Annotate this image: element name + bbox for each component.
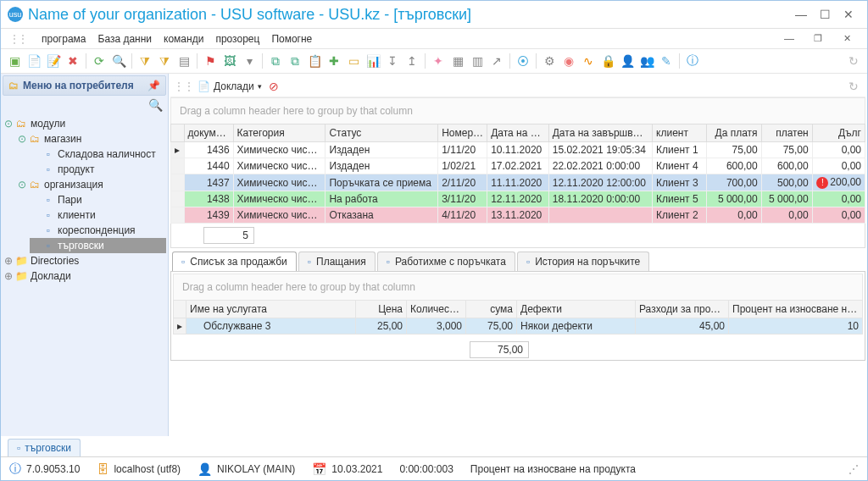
tree-shop[interactable]: ⊙🗂магазин bbox=[16, 131, 166, 147]
tree-money[interactable]: ▫Пари bbox=[30, 192, 166, 207]
sidebar-title: Меню на потребителя bbox=[23, 80, 134, 91]
mdi-close-button[interactable]: ✕ bbox=[835, 30, 859, 47]
tb-filter-icon[interactable]: ⧩ bbox=[136, 53, 153, 69]
menu-commands[interactable]: команди bbox=[164, 33, 203, 45]
tb-down-icon[interactable]: ▾ bbox=[241, 53, 258, 69]
tb-flag-icon[interactable]: ⚑ bbox=[202, 53, 219, 69]
menu-help[interactable]: Помогне bbox=[271, 33, 312, 45]
sidebar: 🗂 Меню на потребителя 📌 🔍 ⊙🗂модули ⊙🗂маг… bbox=[1, 74, 169, 436]
tb-info-icon[interactable]: ⓘ bbox=[684, 53, 701, 69]
table-row[interactable]: ▸1436Химическо чистенеИздаден1/11/2010.1… bbox=[171, 142, 865, 158]
tb-open-icon[interactable]: 📄 bbox=[25, 53, 42, 69]
folder-open-icon: 🗂 bbox=[28, 179, 42, 191]
tree-product[interactable]: ▫продукт bbox=[30, 162, 166, 177]
sidebar-search-icon[interactable]: 🔍 bbox=[3, 96, 166, 114]
col-category: Категория bbox=[233, 124, 326, 142]
table-row[interactable]: 1438Химическо чистенеНа работа3/11/2012.… bbox=[171, 191, 865, 207]
tb-excel-icon[interactable]: 📊 bbox=[364, 53, 381, 69]
tb-import-icon[interactable]: ↥ bbox=[403, 53, 420, 69]
tb-copy-icon[interactable]: ⧉ bbox=[287, 53, 303, 69]
warning-icon: ! bbox=[816, 177, 828, 189]
doc-icon: ▫ bbox=[308, 256, 311, 268]
tb-gear-icon[interactable]: ⚙ bbox=[541, 53, 558, 69]
reports-dropdown[interactable]: 📄Доклади▾ bbox=[198, 80, 262, 92]
menu-database[interactable]: База данни bbox=[98, 33, 153, 45]
detail-header-row[interactable]: Име на услугата Цена Количество сума Деф… bbox=[174, 301, 863, 318]
table-row[interactable]: 1437Химическо чистенеПоръчката се приема… bbox=[171, 174, 865, 191]
tree-trade[interactable]: ▫търговски bbox=[30, 238, 166, 253]
titlebar: usu Name of your organization - USU soft… bbox=[1, 1, 867, 28]
tb-sort-icon[interactable]: ⧩ bbox=[156, 53, 173, 69]
table-row[interactable]: 1439Химическо чистенеОтказана4/11/2013.1… bbox=[171, 207, 865, 224]
tb-star-icon[interactable]: ✦ bbox=[430, 53, 447, 69]
close-button[interactable]: ✕ bbox=[837, 6, 860, 23]
tab-payments[interactable]: ▫Плащания bbox=[298, 252, 376, 271]
tb-history-icon[interactable]: ↻ bbox=[845, 53, 862, 69]
tb-location-icon[interactable]: ⦿ bbox=[515, 53, 531, 69]
grid-header-row[interactable]: докуме… Категория Статус Номер … Дата на… bbox=[171, 124, 865, 142]
grip-icon: ⋮⋮ bbox=[9, 33, 26, 45]
tb-refresh-icon[interactable]: ⟳ bbox=[91, 53, 108, 69]
main-grid[interactable]: докуме… Категория Статус Номер … Дата на… bbox=[170, 124, 865, 224]
tb-rss-icon[interactable]: ∿ bbox=[580, 53, 597, 69]
tb-paste-icon[interactable]: 📋 bbox=[306, 53, 323, 69]
tb-export-icon[interactable]: ↧ bbox=[384, 53, 401, 69]
tab-order-history[interactable]: ▫История на поръчките bbox=[517, 252, 649, 271]
content-history-icon[interactable]: ↻ bbox=[845, 78, 862, 95]
doc-icon: ▫ bbox=[42, 209, 55, 221]
tb-map-icon[interactable]: ▥ bbox=[469, 53, 486, 69]
col-paid: платен bbox=[761, 124, 812, 142]
tb-edit-icon[interactable]: 📝 bbox=[45, 53, 62, 69]
tb-wand-icon[interactable]: ✎ bbox=[658, 53, 675, 69]
group-hint[interactable]: Drag a column header here to group by th… bbox=[170, 97, 865, 124]
tb-search-icon[interactable]: 🔍 bbox=[110, 53, 127, 69]
statusbar: ⓘ7.0.9053.10 🗄localhost (utf8) 👤NIKOLAY … bbox=[1, 456, 867, 480]
tb-layout-icon[interactable]: ▦ bbox=[449, 53, 466, 69]
table-row[interactable]: 1440Химическо чистенеИздаден1/02/2117.02… bbox=[171, 158, 865, 174]
mdi-minimize-button[interactable]: — bbox=[777, 30, 801, 47]
tree-reports[interactable]: ⊕📁Доклади bbox=[3, 268, 166, 284]
tree-directories[interactable]: ⊕📁Directories bbox=[3, 253, 166, 268]
tb-users-icon[interactable]: 👥 bbox=[638, 53, 655, 69]
tb-group-icon[interactable]: ▤ bbox=[175, 53, 192, 69]
tree-org[interactable]: ⊙🗂организация bbox=[16, 177, 166, 192]
pin-icon[interactable]: 📌 bbox=[147, 80, 160, 91]
minimize-button[interactable]: — bbox=[789, 6, 813, 23]
tb-color-icon[interactable]: ◉ bbox=[560, 53, 577, 69]
tb-lock-icon[interactable]: 🔒 bbox=[599, 53, 616, 69]
detail-group-hint[interactable]: Drag a column header here to group by th… bbox=[173, 274, 863, 300]
tree-correspondence[interactable]: ▫кореспонденция bbox=[30, 223, 166, 238]
open-tabs: ▫търговски bbox=[1, 436, 867, 456]
menubar: ⋮⋮ програма База данни команди прозорец … bbox=[1, 28, 867, 48]
detail-grid[interactable]: Име на услугата Цена Количество сума Деф… bbox=[173, 300, 863, 334]
tb-send-icon[interactable]: ↗ bbox=[488, 53, 505, 69]
doc-icon: ▫ bbox=[181, 256, 185, 268]
tb-add-icon[interactable]: ✚ bbox=[326, 53, 342, 69]
col-debt: Дълг bbox=[812, 124, 865, 142]
tree-clients[interactable]: ▫клиенти bbox=[30, 207, 166, 223]
col-topay: Да платя bbox=[707, 124, 761, 142]
tb-note-icon[interactable]: ▭ bbox=[345, 53, 362, 69]
menu-program[interactable]: програма bbox=[42, 33, 86, 45]
stop-icon[interactable]: ⊘ bbox=[265, 78, 282, 95]
tab-sales-list[interactable]: ▫Списък за продажби bbox=[172, 252, 297, 271]
detail-row[interactable]: ▸ Обслужване 3 25,00 3,000 75,00 Някои д… bbox=[174, 318, 863, 334]
row-indicator bbox=[171, 191, 185, 207]
maximize-button[interactable]: ☐ bbox=[813, 6, 837, 23]
resize-grip-icon[interactable]: ⋰ bbox=[849, 463, 859, 475]
dcol-qty: Количество bbox=[407, 301, 466, 318]
tree-stock[interactable]: ▫Складова наличност bbox=[30, 147, 166, 162]
tab-worked-order[interactable]: ▫Работихме с поръчката bbox=[377, 252, 515, 271]
tb-image-icon[interactable]: 🖼 bbox=[221, 53, 238, 69]
grip-icon: ⋮⋮ bbox=[174, 80, 194, 92]
open-tab-trade[interactable]: ▫търговски bbox=[8, 439, 81, 456]
tb-new-icon[interactable]: ▣ bbox=[6, 53, 23, 69]
mdi-restore-button[interactable]: ❐ bbox=[806, 30, 830, 47]
tree-modules[interactable]: ⊙🗂модули bbox=[3, 116, 166, 131]
toolbar: ▣ 📄 📝 ✖ ⟳ 🔍 ⧩ ⧩ ▤ ⚑ 🖼 ▾ ⧉ ⧉ 📋 ✚ ▭ 📊 ↧ ↥ … bbox=[1, 48, 867, 74]
tb-tree-icon[interactable]: ⧉ bbox=[267, 53, 284, 69]
tb-delete-icon[interactable]: ✖ bbox=[64, 53, 81, 69]
dcol-sum: сума bbox=[466, 301, 517, 318]
tb-user-icon[interactable]: 👤 bbox=[619, 53, 636, 69]
menu-window[interactable]: прозорец bbox=[215, 33, 259, 45]
